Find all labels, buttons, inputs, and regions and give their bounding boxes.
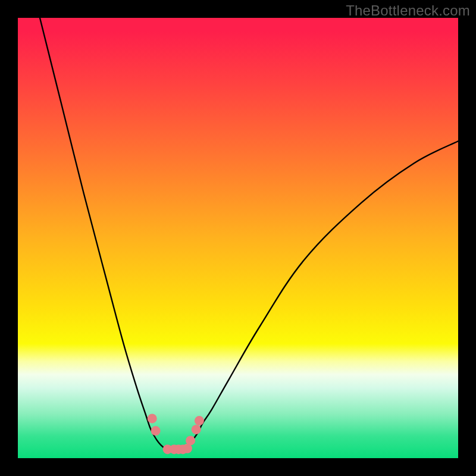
bottom-marker xyxy=(195,416,204,425)
plot-area xyxy=(18,18,458,458)
chart-frame: TheBottleneck.com xyxy=(0,0,476,476)
curve-overlay xyxy=(18,18,458,458)
watermark-text: TheBottleneck.com xyxy=(346,2,470,19)
right-curve xyxy=(185,141,458,449)
bottom-marker xyxy=(192,425,201,434)
bottom-marker xyxy=(186,436,195,445)
bottom-marker xyxy=(148,414,157,423)
bottom-marker xyxy=(151,426,161,436)
bottom-marker-group xyxy=(148,414,204,454)
left-curve xyxy=(40,18,168,449)
